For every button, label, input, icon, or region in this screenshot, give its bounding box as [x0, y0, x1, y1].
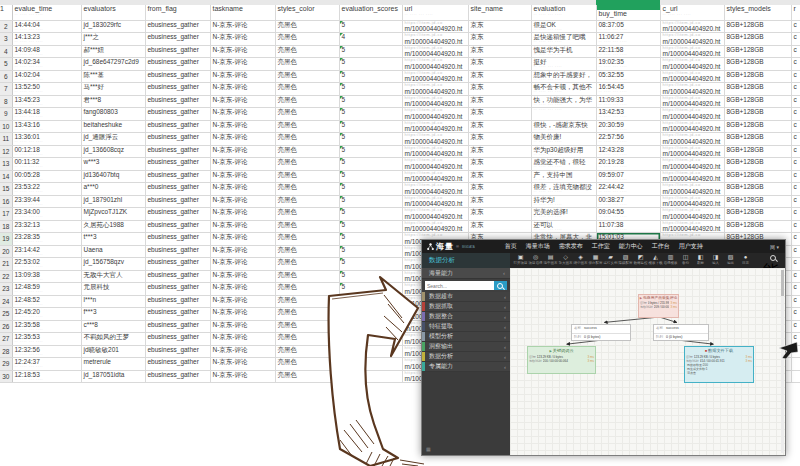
cell-r[interactable]: c — [791, 158, 800, 171]
cell-styles-models[interactable]: 8GB+128GB — [724, 33, 791, 46]
cell-evalue-time[interactable]: 13:52:50·· ···· ··· ···· — [12, 83, 81, 96]
cell-styles-models[interactable]: 8GB+128GB — [724, 45, 791, 58]
cell-site-name[interactable]: 京东 — [468, 45, 531, 58]
cell-evaluators[interactable]: 马***好 — [81, 83, 145, 96]
cell-url[interactable]: https://item.jd.com/100004404920.ht — [402, 183, 468, 196]
cell-evaluators[interactable]: 郝***妞 — [81, 45, 145, 58]
cell-taskname[interactable]: N-京东-评论 — [210, 20, 275, 33]
cell-url[interactable]: https://item.jd.com/100004404920.ht — [402, 83, 468, 96]
row-number[interactable]: 3 — [0, 33, 12, 46]
cell-evaluators[interactable]: jd_183029rfc — [81, 20, 145, 33]
cell-styles-color[interactable]: 亮黑色 — [275, 295, 339, 308]
cell-c-url[interactable]: https://item.jd.com/100004404920.ht — [660, 145, 724, 158]
cell-from-flag[interactable]: ebusiness_gather — [145, 233, 210, 246]
cell-evalue-time[interactable]: 00:05:28·· ···· ··· ···· — [12, 170, 81, 183]
cell-r[interactable]: c — [791, 33, 800, 46]
cell-evaluation[interactable]: 快，功能强大，为华·· ···· ··· ···· — [531, 95, 596, 108]
cell-styles-color[interactable]: 亮黑色 — [275, 20, 339, 33]
cell-evaluation-scores[interactable]: 5 — [339, 270, 402, 283]
cell-r[interactable] — [791, 358, 800, 371]
cell-evaluation-scores[interactable]: 5 — [339, 170, 402, 183]
cell-evalue-time[interactable]: 12:35:53·· ···· ··· ···· — [12, 333, 81, 346]
cell-evalue-time[interactable]: 23:32:13·· ···· ··· ···· — [12, 220, 81, 233]
flow-node-source[interactable]: ▶电商用产品采集评论 读/写0 bytes / 255.99 KB3 ms 包数… — [638, 294, 679, 318]
row-number[interactable]: 12 — [0, 145, 12, 158]
toolbar-button-2[interactable]: ▤适中画布 — [543, 254, 558, 265]
cell-taskname[interactable]: N-京东-评论 — [210, 308, 275, 321]
cell-evaluation-scores[interactable]: 5 — [339, 308, 402, 321]
cell-evalue-time[interactable]: 13:36:01·· ···· ··· ···· — [12, 133, 81, 146]
cell-styles-color[interactable]: 亮黑色 — [275, 120, 339, 133]
cell-evaluators[interactable]: jd_136608cqz — [81, 145, 145, 158]
nav-item-6[interactable]: 用户支持 — [679, 240, 703, 253]
status-line[interactable]: 请点击 — [685, 371, 753, 375]
cell-evalue-time[interactable]: 23:39:44·· ···· ··· ···· — [12, 195, 81, 208]
nav-item-3[interactable]: 工作室 — [592, 240, 610, 253]
cell-r[interactable]: c — [791, 145, 800, 158]
cell-styles-color[interactable]: 亮黑色 — [275, 158, 339, 171]
nav-item-2[interactable]: 需求发布 — [559, 240, 583, 253]
cell-from-flag[interactable]: ebusiness_gather — [145, 133, 210, 146]
cell-buy-time[interactable]: 16:54:45·· ···· ··· ···· — [596, 83, 660, 96]
cell-styles-color[interactable]: 亮黑色 — [275, 333, 339, 346]
toolbar-button-1[interactable]: ◎项目启停 — [528, 254, 543, 265]
column-header-site_name[interactable]: site_name — [468, 5, 531, 20]
cell-styles-models[interactable]: 8GB+128GB — [724, 95, 791, 108]
row-number[interactable]: 15 — [0, 183, 12, 196]
sidebar-search-button[interactable] — [494, 281, 507, 290]
cell-evaluation-scores[interactable]: 5 — [339, 358, 402, 371]
cell-evalue-time[interactable]: 23:28:35·· ···· ··· ···· — [12, 233, 81, 246]
cell-styles-models[interactable]: 8GB+128GB — [724, 70, 791, 83]
cell-evaluation-scores[interactable]: 5 — [339, 345, 402, 358]
cell-from-flag[interactable]: ebusiness_gather — [145, 70, 210, 83]
cell-r[interactable]: c — [791, 120, 800, 133]
cell-from-flag[interactable]: ebusiness_gather — [145, 58, 210, 71]
row-number[interactable]: 24 — [0, 295, 12, 308]
sidebar-item-2[interactable]: 数据整合‹ — [422, 312, 510, 322]
cell-evaluators[interactable]: jd晓敏敏201 — [81, 345, 145, 358]
cell-r[interactable]: c — [791, 308, 800, 321]
cell-buy-time[interactable]: 11:07:38·· ···· ··· ···· — [596, 220, 660, 233]
cell-taskname[interactable]: N-京东-评论 — [210, 270, 275, 283]
cell-evalue-time[interactable]: 12:35:58·· ···· ··· ···· — [12, 320, 81, 333]
cell-from-flag[interactable]: ebusiness_gather — [145, 195, 210, 208]
toolbar-button-3[interactable]: ◇放大画布 — [558, 254, 573, 265]
cell-c-url[interactable]: https://item.jd.com/100004404920.ht — [660, 83, 724, 96]
cell-evaluation[interactable]: 是快递箱慢了吧哦·· ···· ··· ···· — [531, 33, 596, 46]
cell-from-flag[interactable]: ebusiness_gather — [145, 208, 210, 221]
cell-evalue-time[interactable]: 22:53:02·· ···· ··· ···· — [12, 258, 81, 271]
cell-evalue-time[interactable]: 13:43:16·· ···· ··· ···· — [12, 120, 81, 133]
cell-r[interactable]: c — [791, 220, 800, 233]
toolbar-button-14[interactable]: ▧输出 — [723, 254, 738, 265]
cell-from-flag[interactable]: ebusiness_gather — [145, 295, 210, 308]
cell-buy-time[interactable]: 20:19:28·· ···· ··· ···· — [596, 158, 660, 171]
cell-evalue-time[interactable]: 13:44:18·· ···· ··· ···· — [12, 108, 81, 121]
cell-evaluation-scores[interactable]: 5 — [339, 195, 402, 208]
cell-evaluators[interactable]: a***0 — [81, 183, 145, 196]
cell-r[interactable]: c — [791, 95, 800, 108]
cell-evaluators[interactable]: beitaheshuke — [81, 120, 145, 133]
cell-url[interactable]: https://item.jd.com/100004404920.ht — [402, 58, 468, 71]
canvas-scrollbar[interactable] — [781, 270, 784, 453]
cell-styles-color[interactable]: 亮黑色 — [275, 308, 339, 321]
cell-site-name[interactable]: 京东 — [468, 95, 531, 108]
cell-styles-models[interactable]: 8GB+128GB — [724, 220, 791, 233]
cell-taskname[interactable]: N-京东-评论 — [210, 333, 275, 346]
cell-evalue-time[interactable]: 00:11:32·· ···· ··· ···· — [12, 158, 81, 171]
cell-url[interactable]: https://item.jd.com/100004404920.ht — [402, 145, 468, 158]
cell-site-name[interactable]: 京东 — [468, 120, 531, 133]
cell-evalue-time[interactable]: 12:32:56·· ···· ··· ···· — [12, 345, 81, 358]
cell-evalue-time[interactable]: 12:18:53·· ···· ··· ···· — [12, 370, 81, 383]
cell-r[interactable]: c — [791, 58, 800, 71]
cell-site-name[interactable]: 京东 — [468, 133, 531, 146]
cell-r[interactable]: c — [791, 258, 800, 271]
user-menu[interactable]: 网 ▾ — [770, 244, 779, 250]
cell-site-name[interactable]: 京东 — [468, 20, 531, 33]
row-number[interactable]: 5 — [0, 58, 12, 71]
cell-taskname[interactable]: N-京东-评论 — [210, 195, 275, 208]
cell-evaluators[interactable]: jd_156758qzv — [81, 258, 145, 271]
cell-url[interactable]: https://item.jd.com/100004404920.ht — [402, 220, 468, 233]
cell-taskname[interactable]: N-京东-评论 — [210, 220, 275, 233]
cell-evaluation-scores[interactable]: 5 — [339, 233, 402, 246]
cell-evaluation-scores[interactable]: 5 — [339, 183, 402, 196]
